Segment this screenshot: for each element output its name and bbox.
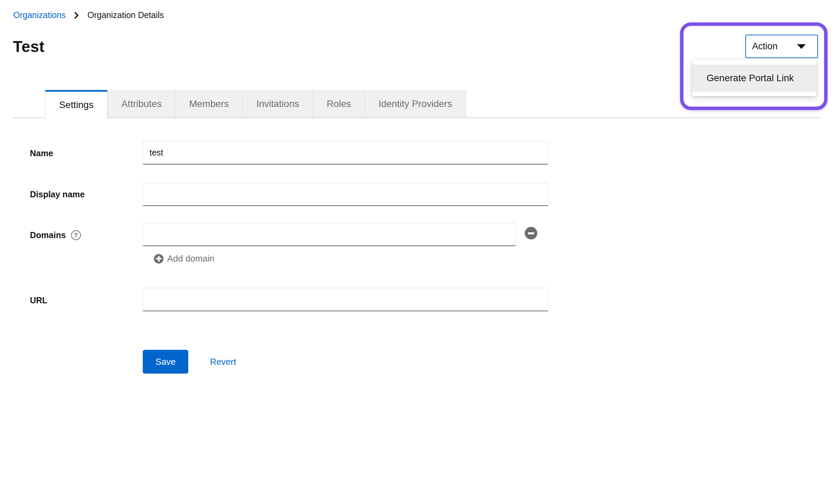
page-title: Test [13,37,45,56]
domains-label-row: Domains ? [30,230,81,240]
chevron-right-icon [73,11,80,19]
tab-members[interactable]: Members [175,90,242,118]
url-label: URL [30,295,47,305]
name-label: Name [30,148,53,158]
domain-input[interactable] [143,222,516,246]
action-dropdown-label: Action [752,41,778,52]
tab-invitations[interactable]: Invitations [242,90,313,118]
remove-domain-button[interactable] [525,227,537,239]
tab-settings[interactable]: Settings [45,90,107,118]
action-dropdown-button[interactable]: Action [745,35,818,58]
action-dropdown-menu: Generate Portal Link [692,59,816,96]
tab-bar-inset [13,90,45,118]
save-button[interactable]: Save [143,350,188,374]
tab-identity-providers[interactable]: Identity Providers [365,90,466,118]
minus-circle-icon [528,232,534,234]
display-name-input[interactable] [143,182,548,206]
domains-label: Domains [30,230,66,240]
caret-down-icon [797,44,806,49]
url-input[interactable] [143,288,548,311]
revert-button[interactable]: Revert [210,357,236,367]
breadcrumb: Organizations Organization Details [13,10,164,20]
add-domain-button[interactable]: Add domain [154,253,214,264]
breadcrumb-current-page: Organization Details [87,10,164,20]
plus-circle-icon [154,254,163,264]
menu-item-generate-portal-link[interactable]: Generate Portal Link [692,65,816,92]
question-circle-icon[interactable]: ? [71,230,81,240]
display-name-label: Display name [30,190,85,199]
add-domain-label: Add domain [167,253,214,264]
organization-details-page: Organizations Organization Details Test … [0,0,834,504]
tab-attributes[interactable]: Attributes [107,90,175,118]
name-input[interactable] [143,141,548,165]
tab-roles[interactable]: Roles [313,90,365,118]
breadcrumb-link-organizations[interactable]: Organizations [13,10,66,20]
